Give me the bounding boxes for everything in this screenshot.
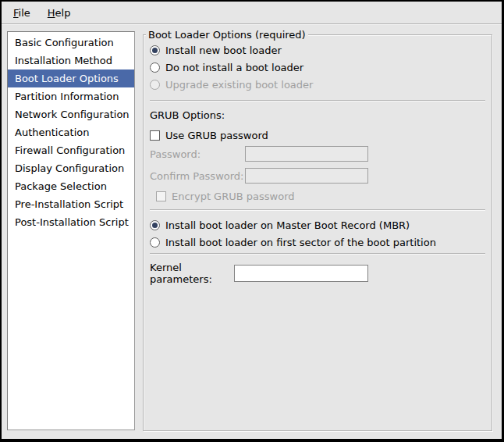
kernel-parameters-row: Kernel parameters: bbox=[150, 262, 485, 285]
menubar: File Help bbox=[2, 2, 502, 24]
menu-file[interactable]: File bbox=[5, 3, 39, 23]
radio-button-icon bbox=[150, 237, 160, 248]
kernel-parameters-label: Kernel parameters: bbox=[150, 262, 234, 285]
checkbox-label: Encrypt GRUB password bbox=[172, 191, 295, 202]
confirm-password-row: Confirm Password: bbox=[150, 168, 485, 184]
menu-file-label: ile bbox=[19, 7, 30, 19]
checkbox-icon bbox=[150, 130, 160, 141]
separator bbox=[150, 209, 485, 211]
radio-label: Install boot loader on Master Boot Recor… bbox=[165, 219, 410, 231]
password-row: Password: bbox=[150, 146, 485, 162]
sidebar-item-package-selection[interactable]: Package Selection bbox=[8, 177, 134, 195]
radio-do-not-install-boot-loader[interactable]: Do not install a boot loader bbox=[150, 61, 485, 73]
frame-content: Install new boot loader Do not install a… bbox=[144, 35, 492, 285]
sidebar-item-authentication[interactable]: Authentication bbox=[8, 123, 134, 141]
section-list: Basic Configuration Installation Method … bbox=[7, 31, 135, 430]
kernel-parameters-input[interactable] bbox=[234, 265, 368, 282]
sidebar-item-partition-information[interactable]: Partition Information bbox=[8, 87, 134, 105]
menu-help-label: elp bbox=[55, 7, 71, 19]
radio-upgrade-existing-boot-loader: Upgrade existing boot loader bbox=[150, 78, 485, 91]
boot-loader-options-frame: Boot Loader Options (required) Install n… bbox=[143, 34, 492, 431]
password-field bbox=[245, 146, 368, 162]
checkbox-use-grub-password[interactable]: Use GRUB password bbox=[150, 129, 485, 141]
sidebar-item-basic-configuration[interactable]: Basic Configuration bbox=[8, 34, 134, 52]
radio-label: Install new boot loader bbox=[165, 45, 282, 56]
separator bbox=[150, 100, 485, 102]
sidebar-item-installation-method[interactable]: Installation Method bbox=[8, 52, 134, 70]
radio-install-on-first-sector[interactable]: Install boot loader on first sector of t… bbox=[150, 236, 485, 248]
menu-help-accel: H bbox=[48, 7, 55, 19]
radio-install-new-boot-loader[interactable]: Install new boot loader bbox=[150, 44, 485, 56]
kickstart-configurator-window: File Help Basic Configuration Installati… bbox=[0, 0, 504, 442]
checkbox-label: Use GRUB password bbox=[165, 130, 268, 141]
radio-label: Install boot loader on first sector of t… bbox=[165, 237, 436, 248]
checkbox-encrypt-grub-password: Encrypt GRUB password bbox=[156, 190, 485, 202]
frame-legend: Boot Loader Options (required) bbox=[146, 28, 308, 41]
sidebar-item-firewall-configuration[interactable]: Firewall Configuration bbox=[8, 141, 134, 159]
sidebar-item-pre-installation-script[interactable]: Pre-Installation Script bbox=[8, 195, 134, 213]
radio-label: Upgrade existing boot loader bbox=[165, 79, 313, 91]
radio-label: Do not install a boot loader bbox=[165, 62, 303, 73]
password-label: Password: bbox=[150, 148, 245, 160]
confirm-password-label: Confirm Password: bbox=[150, 170, 245, 182]
confirm-password-field bbox=[245, 168, 368, 184]
radio-install-on-mbr[interactable]: Install boot loader on Master Boot Recor… bbox=[150, 219, 485, 231]
separator bbox=[150, 253, 485, 255]
radio-button-icon bbox=[150, 62, 160, 73]
radio-button-icon bbox=[150, 45, 160, 55]
radio-button-icon bbox=[150, 80, 160, 90]
checkbox-icon bbox=[156, 191, 166, 201]
radio-button-icon bbox=[150, 220, 160, 230]
grub-options-heading: GRUB Options: bbox=[150, 109, 485, 122]
sidebar-item-display-configuration[interactable]: Display Configuration bbox=[8, 159, 134, 177]
sidebar-item-network-configuration[interactable]: Network Configuration bbox=[8, 105, 134, 123]
sidebar-item-post-installation-script[interactable]: Post-Installation Script bbox=[8, 213, 134, 231]
menu-help[interactable]: Help bbox=[39, 3, 80, 23]
sidebar-item-boot-loader-options[interactable]: Boot Loader Options bbox=[8, 70, 134, 87]
